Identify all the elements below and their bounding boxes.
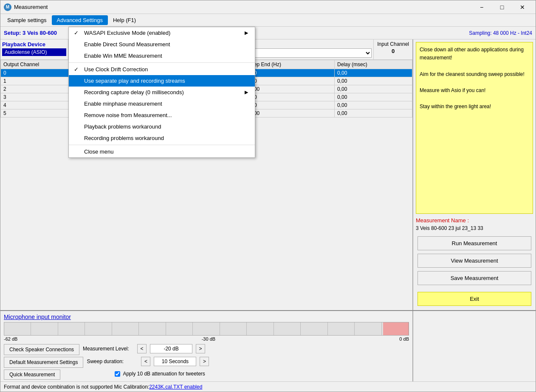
menu-item-win_mme[interactable]: Enable Win MME Measurement [69,50,255,62]
measurement-name-value: 3 Veis 80-600 23 jul 23_13 33 [416,225,533,231]
info-line-3: Measure with Asio if you can! [420,87,529,95]
attenuation-checkbox-label: Apply 10 dB attenuation for tweeters [123,371,205,377]
window-title: Measurement [14,4,472,10]
measurement-level-value: -20 dB [150,344,192,353]
bottom-inner: Microphone input monitor [0,311,536,392]
monitor-label-right: 0 dB [399,336,409,342]
menu-item-clock_drift[interactable]: ✓Use Clock Drift Correction [69,64,255,75]
input-channel-section: Input Channel 0 [373,39,412,59]
measurement-level-decrease[interactable]: < [137,344,147,353]
menu-help[interactable]: Help (F1) [108,15,141,25]
action-buttons: Run Measurement View Measurement Save Me… [416,235,533,308]
info-line-1: Close down all other audio applications … [420,46,529,62]
col-delay: Delay (msec) [335,60,412,69]
status-text: Format and device combination is not sup… [4,384,149,390]
title-bar-controls: − □ ✕ [472,0,532,14]
info-box: Close down all other audio applications … [416,42,533,214]
monitor-labels: -62 dB -30 dB 0 dB [4,336,409,342]
input-channel-label: Input Channel [377,41,409,47]
minimize-button[interactable]: − [472,0,491,14]
sampling-info: Sampling: 48 000 Hz - Int24 [469,30,532,36]
checkmark-icon: ✓ [74,30,79,36]
menu-advanced-settings[interactable]: Advanced Settings [52,15,108,25]
monitor-ticks [4,322,409,335]
default-settings-button[interactable]: Default Measurement Settings [4,357,83,368]
playback-device-select[interactable]: Audiolense (ASIO) [2,48,66,56]
menu-item-playback_workaround[interactable]: Playback problems workaround [69,121,255,132]
submenu-arrow-icon: ▶ [245,90,248,95]
maximize-button[interactable]: □ [492,0,512,14]
bottom-area: Microphone input monitor [0,310,536,392]
menu-sample-settings[interactable]: Sample settings [2,15,52,25]
menu-bar: Sample settings Advanced Settings Help (… [0,14,536,27]
info-line-4: Stay within the green light area! [420,103,529,111]
info-line-2: Aim for the cleanest sounding sweep poss… [420,70,529,78]
monitor-label-center: -30 dB [202,336,215,342]
menu-item-wasapi[interactable]: ✓WASAPI Exclusive Mode (enabled)▶ [69,27,255,39]
monitor-level-indicator [383,322,409,335]
sweep-duration-decrease[interactable]: < [141,357,150,366]
run-measurement-button[interactable]: Run Measurement [418,236,531,250]
menu-item-separate_streams[interactable]: Use separate play and recording streams [69,75,255,87]
checkmark-icon: ✓ [74,66,79,73]
app-icon: M [4,3,11,11]
sweep-duration-value: 10 Seconds [154,357,196,366]
input-channel-value: 0 [392,48,395,54]
quick-measurement-button[interactable]: Quick Measurement [4,370,60,380]
cell-delay: 0,00 [335,101,412,109]
bottom-left: Microphone input monitor [0,311,412,392]
cell-delay: 0,00 [335,77,412,85]
menu-item-recording_workaround[interactable]: Recording problems workaround [69,132,255,144]
sweep-duration-label: Sweep duration: [87,358,138,364]
bottom-right [412,311,536,392]
cell-delay: 0,00 [335,85,412,93]
title-bar: M Measurement − □ ✕ [0,0,536,14]
status-bar: Format and device combination is not sup… [0,381,536,392]
menu-item-capture_delay[interactable]: Recording capture delay (0 milliseconds)… [69,87,255,98]
measurement-level-increase[interactable]: > [196,344,205,353]
microphone-monitor-title: Microphone input monitor [4,314,409,320]
controls-row-2: Default Measurement Settings Sweep durat… [4,357,409,368]
check-speaker-button[interactable]: Check Speaker Connections [4,344,79,355]
cell-delay: 0,00 [335,93,412,101]
attenuation-checkbox[interactable] [115,371,120,377]
measurement-level-control: Measurement Level: < -20 dB > [83,344,205,353]
close-button[interactable]: ✕ [513,0,532,14]
menu-item-close_menu[interactable]: Close menu [69,146,255,157]
attenuation-checkbox-row: Apply 10 dB attenuation for tweeters [115,370,205,378]
dropdown-menu: ✓WASAPI Exclusive Mode (enabled)▶Enable … [68,27,255,158]
cell-delay: 0,00 [335,69,412,77]
monitor-bar [4,322,409,336]
measurement-level-label: Measurement Level: [83,346,134,352]
menu-separator [69,62,255,63]
menu-item-remove_noise[interactable]: Remove noise from Measurement... [69,109,255,121]
status-link[interactable]: 2243K.cal.TXT enabled [149,384,202,390]
playback-device-label: Playback Device [2,41,66,48]
sweep-duration-increase[interactable]: > [200,357,209,366]
monitor-label-left: -62 dB [4,336,17,342]
submenu-arrow-icon: ▶ [245,30,248,36]
controls-row: Check Speaker Connections Measurement Le… [4,344,409,355]
exit-button[interactable]: Exit [418,292,531,306]
measurement-name-label: Measurement Name : [416,217,533,224]
save-measurement-button[interactable]: Save Measurement [418,271,531,285]
controls-row-3: Quick Measurement Apply 10 dB attenuatio… [4,370,409,380]
right-panel: Close down all other audio applications … [412,39,536,310]
cell-delay: 0,00 [335,109,412,118]
view-measurement-button[interactable]: View Measurement [418,254,531,268]
playback-device-section: Playback Device Audiolense (ASIO) [0,39,68,59]
app-window: M Measurement − □ ✕ Sample settings Adva… [0,0,536,392]
menu-item-direct_sound[interactable]: Enable Direct Sound Measurement [69,39,255,50]
setup-label: Setup: 3 Veis 80-600 [4,30,57,36]
menu-separator [69,145,255,145]
sweep-duration-control: Sweep duration: < 10 Seconds > [87,357,209,366]
menu-item-minphase[interactable]: Enable minphase measurement [69,98,255,109]
